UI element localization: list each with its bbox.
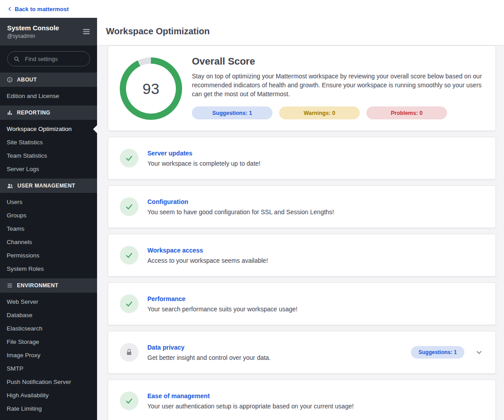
search-box[interactable]: [7, 51, 90, 66]
sidebar-item-users[interactable]: Users: [0, 196, 97, 209]
card-chip-suggestions: Suggestions: 1: [411, 346, 464, 359]
sidebar-item-channels[interactable]: Channels: [0, 236, 97, 249]
section-label: USER MANAGEMENT: [17, 183, 75, 189]
section-label: ENVIRONMENT: [17, 282, 58, 289]
status-text: Workspace accessAccess to your workspace…: [147, 246, 483, 264]
chip-problems: Problems: 0: [366, 106, 447, 119]
card-performance: PerformanceYour search performance suits…: [108, 282, 496, 325]
status-text: Ease of managementYour user authenticati…: [147, 392, 483, 410]
check-icon: [120, 294, 138, 313]
status-cards: Server updatesYour workspace is complete…: [108, 137, 496, 420]
status-description: Your workspace is completely up to date!: [147, 160, 483, 167]
overview-body: Overall Score Stay on top of optimizing …: [192, 55, 483, 120]
overview-title: Overall Score: [192, 56, 483, 67]
sidebar-item-edition-and-license[interactable]: Edition and License: [0, 90, 97, 103]
sidebar-item-groups[interactable]: Groups: [0, 209, 97, 222]
lock-icon: [120, 343, 138, 362]
overview-chips: Suggestions: 1Warnings: 0Problems: 0: [192, 106, 483, 119]
status-title-link[interactable]: Data privacy: [147, 344, 184, 351]
score-value: 93: [142, 80, 159, 98]
chip-suggestions: Suggestions: 1: [192, 106, 272, 119]
environment-icon: [7, 282, 13, 289]
search-wrap: [0, 45, 97, 73]
chevron-left-icon: [7, 6, 12, 12]
topbar: Back to mattermost: [0, 0, 504, 18]
sidebar-header: System Console @sysadmin: [0, 18, 97, 45]
section-label: ABOUT: [17, 77, 37, 83]
sidebar-item-database[interactable]: Database: [0, 309, 97, 322]
sidebar-item-site-statistics[interactable]: Site Statistics: [0, 136, 97, 149]
info-icon: [7, 77, 13, 83]
status-text: PerformanceYour search performance suits…: [147, 295, 483, 313]
status-description: Your user authentication setup is approp…: [147, 403, 483, 410]
status-description: Access to your workspace seems available…: [147, 257, 483, 264]
bar-chart-icon: [7, 110, 13, 116]
status-title-link[interactable]: Ease of management: [147, 392, 210, 400]
sidebar-item-rate-limiting[interactable]: Rate Limiting: [0, 402, 97, 416]
sidebar-item-team-statistics[interactable]: Team Statistics: [0, 149, 97, 163]
search-input[interactable]: [24, 55, 84, 63]
status-description: Get better insight and control over your…: [147, 354, 411, 361]
section-header-reporting: REPORTING: [0, 106, 97, 120]
card-workspace-access: Workspace accessAccess to your workspace…: [108, 234, 496, 277]
status-text: Data privacyGet better insight and contr…: [147, 343, 411, 361]
sidebar-item-smtp[interactable]: SMTP: [0, 362, 97, 375]
status-text: Server updatesYour workspace is complete…: [147, 149, 483, 167]
check-icon: [120, 197, 138, 216]
chip-warnings: Warnings: 0: [279, 106, 360, 119]
sidebar-item-web-server[interactable]: Web Server: [0, 295, 97, 309]
card-data-privacy: Data privacyGet better insight and contr…: [108, 331, 496, 374]
section-label: REPORTING: [17, 110, 50, 116]
main: Workspace Optimization 93 Overall Score …: [97, 18, 504, 420]
status-right: Suggestions: 1: [411, 346, 483, 359]
status-title-link[interactable]: Performance: [147, 295, 186, 302]
sidebar-item-teams[interactable]: Teams: [0, 222, 97, 236]
page-title: Workspace Optimization: [106, 26, 210, 37]
score-donut: 93: [120, 57, 182, 120]
layout: System Console @sysadmin ABOUTEdition an…: [0, 18, 504, 420]
users-icon: [7, 183, 13, 189]
check-icon: [120, 246, 138, 265]
sidebar-item-high-availability[interactable]: High Availability: [0, 389, 97, 402]
content: 93 Overall Score Stay on top of optimizi…: [97, 45, 504, 420]
back-link[interactable]: Back to mattermost: [7, 6, 69, 12]
card-server-updates: Server updatesYour workspace is complete…: [108, 137, 496, 179]
sidebar-item-system-roles[interactable]: System Roles: [0, 262, 97, 276]
sidebar-item-push-notification-server[interactable]: Push Notification Server: [0, 375, 97, 389]
status-text: ConfigurationYou seem to have good confi…: [147, 198, 483, 216]
section-header-about: ABOUT: [0, 73, 97, 87]
card-ease-of-management: Ease of managementYour user authenticati…: [108, 379, 496, 420]
sidebar-item-permissions[interactable]: Permissions: [0, 249, 97, 262]
sidebar-item-file-storage[interactable]: File Storage: [0, 335, 97, 349]
section-header-environment: ENVIRONMENT: [0, 278, 97, 293]
status-description: Your search performance suits your works…: [147, 306, 483, 313]
sidebar-item-elasticsearch[interactable]: Elasticsearch: [0, 322, 97, 335]
back-label: Back to mattermost: [15, 6, 69, 12]
status-title-link[interactable]: Workspace access: [147, 247, 203, 254]
chevron-down-icon[interactable]: [475, 348, 483, 356]
status-title-link[interactable]: Configuration: [147, 198, 188, 205]
search-icon: [13, 56, 20, 62]
console-identity: System Console @sysadmin: [7, 24, 59, 39]
overall-score-card: 93 Overall Score Stay on top of optimizi…: [108, 45, 496, 131]
page-header: Workspace Optimization: [97, 18, 504, 45]
console-title: System Console: [7, 24, 59, 32]
menu-icon[interactable]: [82, 27, 91, 36]
sidebar-item-workspace-optimization[interactable]: Workspace Optimization: [0, 122, 97, 136]
sidebar-nav: ABOUTEdition and LicenseREPORTINGWorkspa…: [0, 73, 97, 420]
console-user: @sysadmin: [7, 33, 59, 39]
overview-description: Stay on top of optimizing your Mattermos…: [192, 72, 482, 98]
sidebar-item-server-logs[interactable]: Server Logs: [0, 163, 97, 176]
check-icon: [120, 391, 138, 410]
section-header-user-management: USER MANAGEMENT: [0, 179, 97, 193]
status-title-link[interactable]: Server updates: [147, 150, 192, 157]
status-description: You seem to have good configuration for …: [147, 208, 483, 216]
score-donut-inner: 93: [126, 64, 176, 114]
sidebar-item-image-proxy[interactable]: Image Proxy: [0, 349, 97, 362]
card-configuration: ConfigurationYou seem to have good confi…: [108, 185, 496, 228]
check-icon: [120, 149, 138, 167]
sidebar: System Console @sysadmin ABOUTEdition an…: [0, 18, 97, 420]
